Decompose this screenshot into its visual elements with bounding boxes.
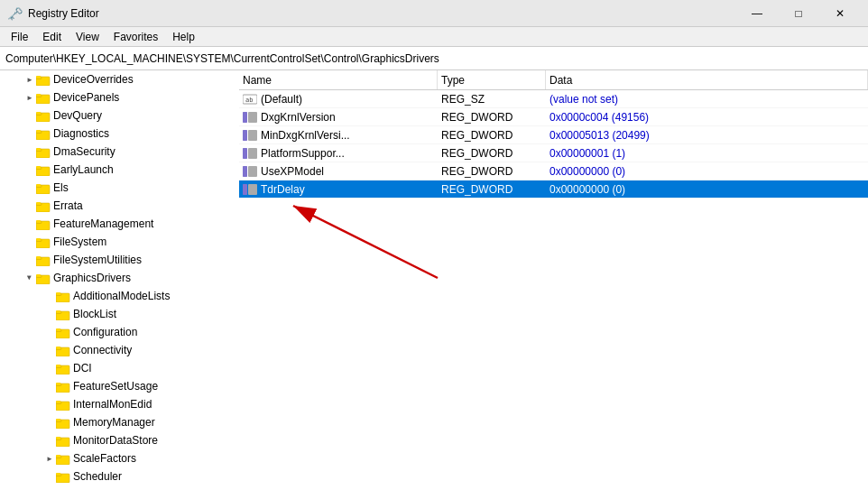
- col-header-data[interactable]: Data: [546, 70, 868, 89]
- svg-rect-26: [36, 220, 41, 222]
- folder-icon-DmaSecurity: [36, 144, 51, 159]
- tree-label-GraphicsDrivers: GraphicsDrivers: [53, 272, 131, 284]
- value-data-TdrDelay: 0x00000000 (0): [546, 180, 868, 198]
- svg-rect-59: [56, 419, 60, 421]
- value-type-MinDxgKrnlVersi: REG_DWORD: [438, 126, 546, 143]
- svg-rect-56: [56, 401, 60, 402]
- tree-item-DevQuery[interactable]: DevQuery: [0, 106, 239, 125]
- tree-label-MonitorDataStore: MonitorDataStore: [73, 434, 158, 447]
- value-name-PlatformSuppor: PlatformSuppor...: [239, 144, 438, 162]
- folder-icon-FeatureSetUsage: [56, 379, 70, 393]
- menu-file[interactable]: File: [4, 27, 35, 47]
- svg-rect-78: [248, 112, 257, 123]
- tree-item-InternalMonEdid[interactable]: InternalMonEdid: [0, 395, 239, 413]
- svg-rect-84: [248, 148, 257, 159]
- value-row-TdrDelay[interactable]: TdrDelayREG_DWORD0x00000000 (0): [239, 180, 868, 199]
- tree-label-DeviceOverrides: DeviceOverrides: [53, 73, 134, 86]
- tree-label-Els: Els: [53, 181, 69, 194]
- tree-item-FeatureSetUsage[interactable]: FeatureSetUsage: [0, 377, 239, 395]
- tree-item-UseNewKey[interactable]: UseNewKey: [0, 485, 239, 490]
- svg-rect-50: [56, 365, 60, 366]
- value-nametext-MinDxgKrnlVersi: MinDxgKrnlVersi...: [261, 129, 350, 142]
- svg-rect-20: [36, 184, 41, 186]
- value-row-default[interactable]: ab (Default)REG_SZ(value not set): [239, 90, 868, 108]
- value-icon-TdrDelay: [243, 183, 257, 196]
- tree-item-Errata[interactable]: Errata: [0, 197, 239, 215]
- folder-icon-DeviceOverrides: [36, 72, 51, 87]
- tree-item-EarlyLaunch[interactable]: EarlyLaunch: [0, 161, 239, 179]
- folder-icon-BlockList: [56, 307, 70, 321]
- main-wrapper: ► DeviceOverrides► DevicePanels DevQuery…: [0, 70, 868, 490]
- svg-rect-41: [56, 310, 60, 312]
- tree-label-BlockList: BlockList: [73, 308, 116, 320]
- col-header-name[interactable]: Name: [239, 70, 438, 89]
- tree-item-DCI[interactable]: DCI: [0, 359, 239, 377]
- svg-rect-87: [248, 166, 257, 177]
- value-row-MinDxgKrnlVersi[interactable]: MinDxgKrnlVersi...REG_DWORD0x00005013 (2…: [239, 126, 868, 144]
- tree-item-FileSystem[interactable]: FileSystem: [0, 233, 239, 251]
- tree-label-FileSystem: FileSystem: [53, 236, 106, 248]
- tree-label-Configuration: Configuration: [73, 326, 137, 338]
- folder-icon-MonitorDataStore: [56, 433, 70, 448]
- col-header-type[interactable]: Type: [438, 70, 546, 89]
- folder-icon-Configuration: [56, 325, 70, 339]
- tree-item-Configuration[interactable]: Configuration: [0, 323, 239, 341]
- tree-item-FeatureManagement[interactable]: FeatureManagement: [0, 215, 239, 233]
- tree-item-BlockList[interactable]: BlockList: [0, 305, 239, 323]
- tree-item-GraphicsDrivers[interactable]: ► GraphicsDrivers: [0, 269, 239, 287]
- value-name-MinDxgKrnlVersi: MinDxgKrnlVersi...: [239, 126, 438, 143]
- svg-rect-38: [56, 292, 60, 294]
- tree-label-AdditionalModeLists: AdditionalModeLists: [73, 290, 170, 302]
- svg-rect-90: [248, 184, 257, 195]
- tree-label-Scheduler: Scheduler: [73, 470, 122, 483]
- menu-edit[interactable]: Edit: [35, 27, 69, 47]
- value-row-UseXPModel[interactable]: UseXPModelREG_DWORD0x00000000 (0): [239, 162, 868, 180]
- value-row-PlatformSuppor[interactable]: PlatformSuppor...REG_DWORD0x00000001 (1): [239, 144, 868, 162]
- value-row-DxgKrnlVersion[interactable]: DxgKrnlVersionREG_DWORD0x0000c004 (49156…: [239, 108, 868, 126]
- tree-item-MemoryManager[interactable]: MemoryManager: [0, 413, 239, 431]
- maximize-button[interactable]: □: [778, 0, 819, 27]
- menu-help[interactable]: Help: [165, 27, 202, 47]
- tree-item-ScaleFactors[interactable]: ► ScaleFactors: [0, 449, 239, 467]
- tree-item-AdditionalModeLists[interactable]: AdditionalModeLists: [0, 287, 239, 305]
- close-button[interactable]: ✕: [819, 0, 861, 27]
- tree-item-Els[interactable]: Els: [0, 179, 239, 197]
- value-nametext-TdrDelay: TdrDelay: [261, 183, 305, 196]
- folder-icon-Errata: [36, 199, 51, 213]
- tree-label-MemoryManager: MemoryManager: [73, 416, 155, 429]
- tree-item-MonitorDataStore[interactable]: MonitorDataStore: [0, 431, 239, 449]
- tree-label-Connectivity: Connectivity: [73, 344, 132, 356]
- tree-item-Connectivity[interactable]: Connectivity: [0, 341, 239, 359]
- minimize-button[interactable]: —: [736, 0, 778, 27]
- tree-panel[interactable]: ► DeviceOverrides► DevicePanels DevQuery…: [0, 70, 239, 490]
- tree-item-DevicePanels[interactable]: ► DevicePanels: [0, 88, 239, 106]
- value-data-UseXPModel: 0x00000000 (0): [546, 162, 868, 180]
- window-title: Registry Editor: [28, 7, 99, 20]
- value-icon-MinDxgKrnlVersi: [243, 129, 257, 142]
- tree-item-Scheduler[interactable]: Scheduler: [0, 467, 239, 485]
- svg-rect-65: [56, 455, 60, 457]
- tree-label-FeatureManagement: FeatureManagement: [53, 217, 153, 230]
- value-nametext-UseXPModel: UseXPModel: [261, 165, 324, 178]
- tree-label-Diagnostics: Diagnostics: [53, 127, 109, 140]
- tree-item-Diagnostics[interactable]: Diagnostics: [0, 125, 239, 143]
- folder-icon-Connectivity: [56, 343, 70, 357]
- tree-label-FileSystemUtilities: FileSystemUtilities: [53, 254, 142, 266]
- folder-icon-DCI: [56, 361, 70, 375]
- values-panel[interactable]: ab (Default)REG_SZ(value not set) DxgKrn…: [239, 90, 868, 490]
- tree-item-DeviceOverrides[interactable]: ► DeviceOverrides: [0, 70, 239, 88]
- folder-icon-Els: [36, 180, 51, 195]
- svg-rect-81: [248, 130, 257, 141]
- tree-item-DmaSecurity[interactable]: DmaSecurity: [0, 143, 239, 161]
- tree-label-DmaSecurity: DmaSecurity: [53, 145, 115, 158]
- menu-favorites[interactable]: Favorites: [106, 27, 165, 47]
- value-type-default: REG_SZ: [438, 90, 546, 107]
- folder-icon-ScaleFactors: [56, 451, 70, 466]
- tree-item-FileSystemUtilities[interactable]: FileSystemUtilities: [0, 251, 239, 269]
- menu-view[interactable]: View: [69, 27, 106, 47]
- tree-label-DevQuery: DevQuery: [53, 109, 102, 122]
- svg-rect-11: [36, 130, 41, 132]
- folder-icon-FileSystem: [36, 235, 51, 249]
- value-icon-default: ab: [243, 93, 257, 106]
- svg-rect-82: [243, 130, 247, 141]
